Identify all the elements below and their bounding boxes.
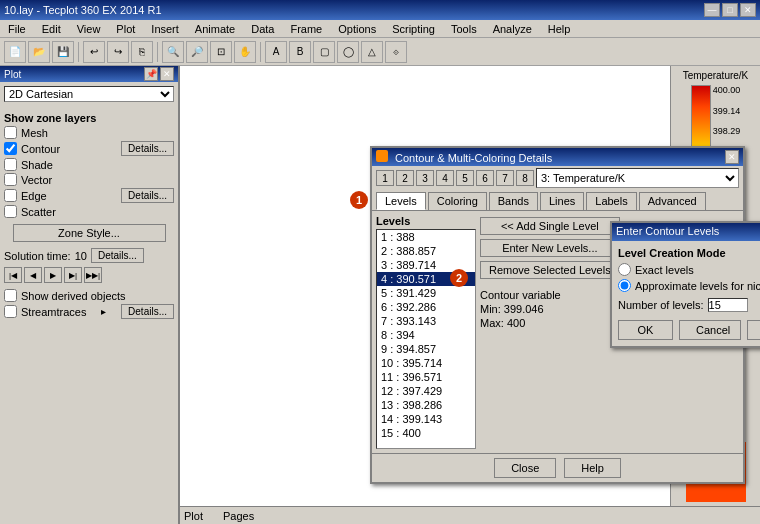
toolbar-redo[interactable]: ↪ — [107, 41, 129, 63]
enter-new-btn[interactable]: Enter New Levels... — [480, 239, 620, 257]
solution-details-btn[interactable]: Details... — [91, 248, 144, 263]
show-derived-label[interactable]: Show derived objects — [4, 289, 126, 302]
panel-pin[interactable]: 📌 — [144, 67, 158, 81]
menu-help[interactable]: Help — [544, 22, 575, 36]
menu-tools[interactable]: Tools — [447, 22, 481, 36]
mesh-checkbox[interactable] — [4, 126, 17, 139]
toolbar-b3[interactable]: ▢ — [313, 41, 335, 63]
level-15[interactable]: 15 : 400 — [377, 426, 475, 440]
bottom-pages[interactable]: Pages — [223, 510, 254, 522]
levels-list[interactable]: 1 : 388 2 : 388.857 3 : 389.714 4 : 390.… — [376, 229, 476, 449]
zone-tab-7[interactable]: 7 — [496, 170, 514, 186]
toolbar-open[interactable]: 📂 — [28, 41, 50, 63]
level-2[interactable]: 2 : 388.857 — [377, 244, 475, 258]
streamtraces-icon[interactable]: ▸ — [101, 306, 106, 317]
menu-insert[interactable]: Insert — [147, 22, 183, 36]
contour-dialog-close[interactable]: ✕ — [725, 150, 739, 164]
toolbar-copy[interactable]: ⎘ — [131, 41, 153, 63]
streamtraces-label[interactable]: Streamtraces — [4, 305, 86, 318]
zone-tab-8[interactable]: 8 — [516, 170, 534, 186]
derived-checkbox[interactable] — [4, 289, 17, 302]
tab-bands[interactable]: Bands — [489, 192, 538, 210]
toolbar-b6[interactable]: ⟐ — [385, 41, 407, 63]
menu-plot[interactable]: Plot — [112, 22, 139, 36]
zone-tab-3[interactable]: 3 — [416, 170, 434, 186]
approx-levels-radio[interactable] — [618, 279, 631, 292]
vector-checkbox-label[interactable]: Vector — [4, 173, 52, 186]
level-11[interactable]: 11 : 396.571 — [377, 370, 475, 384]
contour-checkbox-label[interactable]: Contour — [4, 142, 60, 155]
toolbar-b2[interactable]: B — [289, 41, 311, 63]
tab-coloring[interactable]: Coloring — [428, 192, 487, 210]
menu-data[interactable]: Data — [247, 22, 278, 36]
menu-options[interactable]: Options — [334, 22, 380, 36]
ecl-ok-btn[interactable]: OK — [618, 320, 673, 340]
level-13[interactable]: 13 : 398.286 — [377, 398, 475, 412]
plot-type-select[interactable]: 2D Cartesian — [4, 86, 174, 102]
contour-checkbox[interactable] — [4, 142, 17, 155]
zone-tab-2[interactable]: 2 — [396, 170, 414, 186]
close-btn[interactable]: Close — [494, 458, 556, 478]
exact-levels-radio[interactable] — [618, 263, 631, 276]
tab-lines[interactable]: Lines — [540, 192, 584, 210]
edge-checkbox-label[interactable]: Edge — [4, 189, 47, 202]
menu-animate[interactable]: Animate — [191, 22, 239, 36]
remove-selected-btn[interactable]: Remove Selected Levels — [480, 261, 620, 279]
tab-levels[interactable]: Levels — [376, 192, 426, 210]
shade-checkbox[interactable] — [4, 158, 17, 171]
scatter-checkbox[interactable] — [4, 205, 17, 218]
maximize-button[interactable]: □ — [722, 3, 738, 17]
tab-advanced[interactable]: Advanced — [639, 192, 706, 210]
toolbar-undo[interactable]: ↩ — [83, 41, 105, 63]
menu-view[interactable]: View — [73, 22, 105, 36]
ecl-help-btn[interactable]: Help — [747, 320, 760, 340]
num-levels-input[interactable] — [708, 298, 748, 312]
zone-style-btn[interactable]: Zone Style... — [13, 224, 166, 242]
level-10[interactable]: 10 : 395.714 — [377, 356, 475, 370]
level-1[interactable]: 1 : 388 — [377, 230, 475, 244]
help-btn[interactable]: Help — [564, 458, 621, 478]
zone-tab-6[interactable]: 6 — [476, 170, 494, 186]
edge-checkbox[interactable] — [4, 189, 17, 202]
toolbar-b1[interactable]: A — [265, 41, 287, 63]
add-single-btn[interactable]: << Add Single Level — [480, 217, 620, 235]
edge-details-btn[interactable]: Details... — [121, 188, 174, 203]
vector-checkbox[interactable] — [4, 173, 17, 186]
nav-next[interactable]: ▶| — [64, 267, 82, 283]
nav-last[interactable]: ▶▶| — [84, 267, 102, 283]
zone-tab-5[interactable]: 5 — [456, 170, 474, 186]
toolbar-pan[interactable]: ✋ — [234, 41, 256, 63]
zone-tab-4[interactable]: 4 — [436, 170, 454, 186]
contour-details-btn[interactable]: Details... — [121, 141, 174, 156]
mesh-checkbox-label[interactable]: Mesh — [4, 126, 48, 139]
tab-labels[interactable]: Labels — [586, 192, 636, 210]
toolbar-zoom-in[interactable]: 🔍 — [162, 41, 184, 63]
nav-play[interactable]: ▶ — [44, 267, 62, 283]
bottom-plot[interactable]: Plot — [184, 510, 203, 522]
nav-first[interactable]: |◀ — [4, 267, 22, 283]
streamtraces-details-btn[interactable]: Details... — [121, 304, 174, 319]
toolbar-zoom-out[interactable]: 🔎 — [186, 41, 208, 63]
streamtraces-checkbox[interactable] — [4, 305, 17, 318]
toolbar-b5[interactable]: △ — [361, 41, 383, 63]
level-9[interactable]: 9 : 394.857 — [377, 342, 475, 356]
nav-prev[interactable]: ◀ — [24, 267, 42, 283]
panel-close[interactable]: ✕ — [160, 67, 174, 81]
shade-checkbox-label[interactable]: Shade — [4, 158, 53, 171]
menu-scripting[interactable]: Scripting — [388, 22, 439, 36]
level-6[interactable]: 6 : 392.286 — [377, 300, 475, 314]
menu-analyze[interactable]: Analyze — [489, 22, 536, 36]
zone-dropdown[interactable]: 3: Temperature/K 2345678 — [536, 168, 739, 188]
ecl-cancel-btn[interactable]: Cancel — [679, 320, 741, 340]
menu-file[interactable]: File — [4, 22, 30, 36]
toolbar-new[interactable]: 📄 — [4, 41, 26, 63]
zone-tab-1[interactable]: 1 — [376, 170, 394, 186]
scatter-checkbox-label[interactable]: Scatter — [4, 205, 56, 218]
level-12[interactable]: 12 : 397.429 — [377, 384, 475, 398]
level-8[interactable]: 8 : 394 — [377, 328, 475, 342]
menu-frame[interactable]: Frame — [286, 22, 326, 36]
toolbar-fit[interactable]: ⊡ — [210, 41, 232, 63]
level-5[interactable]: 5 : 391.429 — [377, 286, 475, 300]
minimize-button[interactable]: — — [704, 3, 720, 17]
toolbar-b4[interactable]: ◯ — [337, 41, 359, 63]
